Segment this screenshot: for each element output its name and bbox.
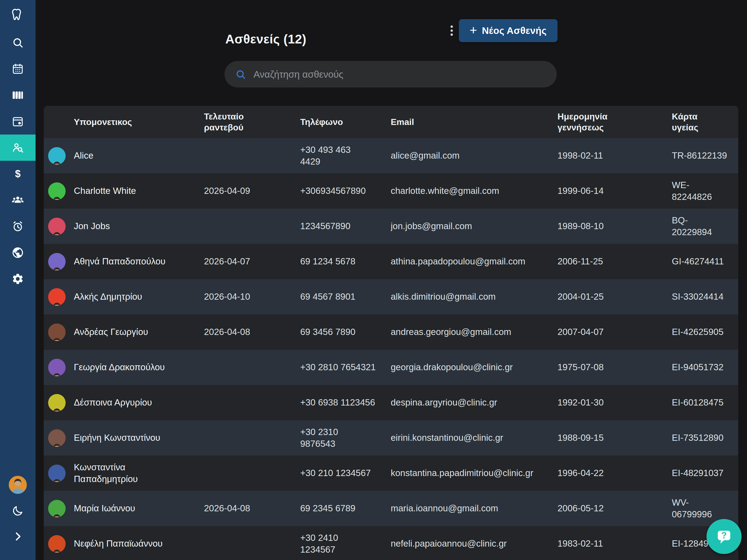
- patient-avatar: [48, 147, 66, 164]
- sidebar-item-patients[interactable]: [0, 134, 35, 161]
- new-patient-button[interactable]: + Νέος Ασθενής: [459, 19, 558, 42]
- patient-avatar: [48, 182, 66, 200]
- phone-cell: 69 2345 6789: [300, 491, 391, 526]
- patient-avatar: [48, 464, 66, 482]
- last-appointment-cell: [204, 420, 300, 456]
- email-cell: nefeli.papaioannou@clinic.gr: [391, 526, 558, 560]
- email-cell: eirini.konstantinou@clinic.gr: [391, 420, 558, 456]
- person-photo: [48, 300, 66, 306]
- patient-avatar: [48, 500, 66, 517]
- table-row[interactable]: Αλκής Δημητρίου 2026-04-10 69 4567 8901 …: [44, 279, 738, 314]
- dob-cell: 2004-01-25: [558, 279, 672, 314]
- phone-cell: +306934567890: [300, 173, 391, 209]
- sidebar-item-profile[interactable]: [9, 476, 27, 494]
- patient-name: Αθηνά Παπαδοπούλου: [74, 256, 165, 267]
- health-card-cell: BQ- 20229894: [672, 209, 738, 244]
- phone-cell: +30 6938 1123456: [300, 385, 391, 420]
- table-row[interactable]: Jon Jobs 1234567890 jon.jobs@gmail.com 1…: [44, 209, 738, 244]
- sidebar-item-columns[interactable]: [0, 82, 35, 108]
- table-row[interactable]: Νεφέλη Παπαϊωάννου +30 2410 1234567 nefe…: [44, 526, 738, 560]
- email-cell: konstantina.papadimitriou@clinic.gr: [391, 456, 558, 491]
- person-photo: [48, 441, 66, 447]
- people-icon: [11, 194, 24, 206]
- sidebar-item-settings[interactable]: [0, 266, 35, 292]
- health-card-cell: EI-42625905: [672, 314, 738, 350]
- table-body: Alice +30 493 463 4429 alice@gmail.com 1…: [44, 138, 738, 560]
- patient-name: Νεφέλη Παπαϊωάννου: [74, 538, 163, 549]
- sidebar-item-search[interactable]: [0, 29, 35, 56]
- table-row[interactable]: Alice +30 493 463 4429 alice@gmail.com 1…: [44, 138, 738, 173]
- app-window: $ Ασθενείς (12) + Νέος Ασθενής Υπομονετι…: [0, 0, 747, 560]
- dollar-icon: $: [11, 168, 24, 180]
- table-row[interactable]: Γεωργία Δρακοπούλου +30 2810 7654321 geo…: [44, 350, 738, 385]
- sidebar-item-dark-mode[interactable]: [0, 502, 35, 519]
- alarm-icon: [11, 220, 24, 233]
- last-appointment-cell: [204, 385, 300, 420]
- email-cell: alice@gmail.com: [391, 138, 558, 173]
- column-header-5: Κάρτα υγείας: [672, 106, 738, 138]
- table-row[interactable]: Αθηνά Παπαδοπούλου 2026-04-07 69 1234 56…: [44, 244, 738, 279]
- patient-avatar: [48, 535, 66, 553]
- sidebar-item-staff[interactable]: [0, 187, 35, 213]
- help-button[interactable]: ?: [706, 519, 742, 554]
- dob-cell: 1988-09-15: [558, 420, 672, 456]
- sidebar-item-collapse[interactable]: [0, 528, 35, 545]
- patient-name: Κωνσταντίνα Παπαδημητρίου: [74, 462, 138, 485]
- table-row[interactable]: Κωνσταντίνα Παπαδημητρίου +30 210 123456…: [44, 456, 738, 491]
- patient-name: Δέσποινα Αργυρίου: [74, 397, 152, 408]
- last-appointment-cell: 2026-04-08: [204, 491, 300, 526]
- last-appointment-cell: [204, 526, 300, 560]
- patient-name: Ανδρέας Γεωργίου: [74, 326, 148, 338]
- sidebar-item-reminders[interactable]: [0, 213, 35, 239]
- email-cell: alkis.dimitriou@gmail.com: [391, 279, 558, 314]
- user-avatar: [9, 476, 27, 494]
- email-cell: maria.ioannou@gmail.com: [391, 491, 558, 526]
- patient-name: Ειρήνη Κωνσταντίνου: [74, 432, 160, 443]
- sidebar-item-web[interactable]: [0, 239, 35, 266]
- dob-cell: 1996-04-22: [558, 456, 672, 491]
- column-header-0: Υπομονετικος: [44, 106, 204, 138]
- phone-cell: 1234567890: [300, 209, 391, 244]
- last-appointment-cell: [204, 209, 300, 244]
- svg-text:?: ?: [721, 531, 727, 540]
- page-header: Ασθενείς (12) + Νέος Ασθενής: [225, 19, 558, 43]
- globe-icon: [11, 246, 24, 259]
- table-row[interactable]: Charlotte White 2026-04-09 +306934567890…: [44, 173, 738, 209]
- dob-cell: 1975-07-08: [558, 350, 672, 385]
- health-card-cell: EI-48291037: [672, 456, 738, 491]
- search-icon: [235, 69, 247, 80]
- phone-cell: +30 2310 9876543: [300, 420, 391, 456]
- health-card-cell: EI-94051732: [672, 350, 738, 385]
- person-photo: [48, 194, 66, 200]
- patient-avatar: [48, 394, 66, 411]
- sidebar-nav: $: [0, 0, 35, 292]
- search-input[interactable]: [253, 69, 548, 80]
- phone-cell: +30 2810 7654321: [300, 350, 391, 385]
- person-photo: [48, 229, 66, 235]
- sidebar-item-billing[interactable]: $: [0, 161, 35, 187]
- phone-cell: 69 3456 7890: [300, 314, 391, 350]
- patient-name: Μαρία Ιωάννου: [74, 503, 135, 514]
- search-icon: [11, 36, 24, 49]
- sidebar-item-logo[interactable]: [0, 0, 35, 29]
- gear-icon: [11, 273, 24, 285]
- table-row[interactable]: Ανδρέας Γεωργίου 2026-04-08 69 3456 7890…: [44, 314, 738, 350]
- person-photo: [48, 511, 66, 517]
- kebab-menu-icon: [445, 24, 459, 37]
- sidebar-item-appointments[interactable]: [0, 108, 35, 134]
- sidebar-item-calendar[interactable]: [0, 56, 35, 82]
- table-row[interactable]: Μαρία Ιωάννου 2026-04-08 69 2345 6789 ma…: [44, 491, 738, 526]
- dob-cell: 1992-01-30: [558, 385, 672, 420]
- health-card-cell: TR-86122139: [672, 138, 738, 173]
- table-row[interactable]: Ειρήνη Κωνσταντίνου +30 2310 9876543 eir…: [44, 420, 738, 456]
- patient-name: Γεωργία Δρακοπούλου: [74, 361, 165, 373]
- column-header-2: Τηλέφωνο: [300, 106, 391, 138]
- person-photo: [48, 476, 66, 482]
- help-chat-icon: ?: [714, 526, 734, 546]
- phone-cell: +30 2410 1234567: [300, 526, 391, 560]
- more-options-button[interactable]: [445, 19, 459, 43]
- health-card-cell: EI-60128475: [672, 385, 738, 420]
- person-photo: [48, 406, 66, 411]
- table-row[interactable]: Δέσποινα Αργυρίου +30 6938 1123456 despi…: [44, 385, 738, 420]
- patient-avatar: [48, 218, 66, 235]
